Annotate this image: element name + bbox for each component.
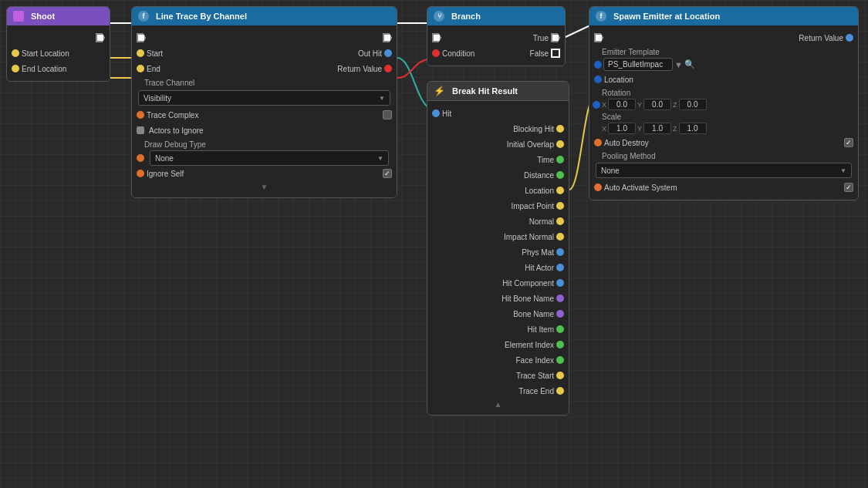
break-time-pin[interactable] [556, 156, 564, 163]
spawn-pooling-dropdown[interactable]: None ▼ [596, 163, 852, 178]
break-impact-point-pin[interactable] [556, 202, 564, 210]
lt-start-pin[interactable] [137, 49, 144, 57]
lt-ignore-self-check[interactable] [383, 169, 392, 178]
break-blocking-hit-row: Blocking Hit [427, 121, 569, 136]
break-location-pin[interactable] [556, 187, 564, 194]
spawn-sz-input[interactable] [679, 123, 707, 134]
line-trace-node: f Line Trace By Channel Start Out Hit [131, 6, 397, 198]
shoot-node: Shoot Start Location End Location [6, 6, 110, 82]
break-hit-item-row: Hit Item [427, 321, 569, 337]
spawn-rz-input[interactable] [679, 99, 707, 110]
break-hit-actor-pin[interactable] [556, 264, 564, 271]
break-bone-name-row: Bone Name [427, 306, 569, 321]
shoot-body: Start Location End Location [7, 25, 110, 81]
break-hit-label: Hit [442, 109, 451, 118]
line-trace-title: Line Trace By Channel [156, 12, 247, 21]
break-title: Break Hit Result [452, 86, 518, 96]
break-initial-overlap-pin[interactable] [556, 140, 564, 148]
line-trace-exec-row [132, 30, 397, 45]
spawn-emitter-pin[interactable] [594, 61, 602, 69]
spawn-emitter-section: Emitter Template [589, 45, 858, 57]
spawn-auto-activate-check[interactable] [844, 183, 853, 192]
lt-collapse[interactable]: ▼ [132, 181, 397, 193]
lt-ignore-self-pin[interactable] [137, 170, 144, 177]
lt-return-pin[interactable] [384, 65, 392, 72]
lt-exec-out[interactable] [383, 33, 392, 42]
spawn-pooling-arrow: ▼ [840, 167, 846, 174]
lt-trace-channel-dropdown[interactable]: Visibility ▼ [138, 90, 390, 106]
spawn-ry-label: Y [637, 101, 642, 109]
break-trace-start-pin[interactable] [556, 372, 564, 379]
end-location-pin[interactable] [12, 65, 19, 72]
lt-trace-complex-pin[interactable] [137, 111, 144, 119]
spawn-emitter-arrow[interactable]: ▼ [674, 60, 683, 69]
break-distance-pin[interactable] [556, 171, 564, 179]
spawn-sy-label: Y [637, 125, 642, 133]
spawn-rotation-pin[interactable] [593, 101, 600, 109]
branch-false-pin[interactable] [551, 49, 560, 58]
branch-cond-false-row: Condition False [427, 45, 565, 61]
break-normal-pin[interactable] [556, 217, 564, 225]
spawn-emitter-input[interactable] [603, 58, 673, 71]
branch-body: True Condition False [427, 25, 565, 66]
spawn-auto-destroy-pin[interactable] [594, 139, 602, 146]
spawn-search-icon[interactable]: 🔍 [684, 59, 695, 69]
break-distance-label: Distance [524, 171, 554, 180]
break-hit-pin[interactable] [432, 109, 440, 117]
break-initial-overlap-row: Initial Overlap [427, 136, 569, 152]
branch-exec-in[interactable] [432, 33, 441, 42]
branch-icon: ⑂ [434, 11, 444, 22]
lt-trace-complex-check[interactable] [383, 110, 392, 119]
lt-trace-channel-label: Trace Channel [138, 78, 201, 88]
lt-draw-debug-pin[interactable] [137, 154, 144, 162]
spawn-emitter-row: ▼ 🔍 [589, 57, 858, 72]
break-phys-mat-pin[interactable] [556, 248, 564, 256]
spawn-ry-input[interactable] [643, 99, 671, 110]
spawn-sy-input[interactable] [643, 123, 671, 134]
branch-cond-pin[interactable] [432, 49, 440, 57]
spawn-header: f Spawn Emitter at Location [589, 7, 858, 25]
spawn-return-label: Return Value [799, 34, 843, 42]
break-impact-point-label: Impact Point [511, 202, 554, 210]
break-header: ⚡ Break Hit Result [427, 82, 569, 101]
spawn-exec-in[interactable] [594, 33, 603, 42]
lt-outhit-pin[interactable] [384, 49, 392, 57]
break-trace-end-pin[interactable] [556, 387, 564, 395]
branch-true-pin[interactable] [551, 33, 560, 42]
break-blocking-hit-pin[interactable] [556, 125, 564, 133]
break-impact-normal-pin[interactable] [556, 233, 564, 241]
break-trace-start-row: Trace Start [427, 368, 569, 383]
spawn-rx-input[interactable] [608, 99, 636, 110]
break-phys-mat-row: Phys Mat [427, 244, 569, 260]
spawn-auto-activate-pin[interactable] [594, 183, 602, 191]
lt-draw-debug-arrow: ▼ [377, 155, 383, 162]
spawn-return-pin[interactable] [846, 34, 853, 42]
spawn-scale-section: Scale [589, 111, 858, 122]
spawn-node: f Spawn Emitter at Location Return Value… [589, 6, 859, 200]
break-impact-normal-label: Impact Normal [504, 233, 554, 241]
break-bone-name-pin[interactable] [556, 310, 564, 318]
spawn-location-row: Location [589, 72, 858, 87]
spawn-auto-destroy-check[interactable] [844, 138, 853, 147]
spawn-rotation-label: Rotation [596, 88, 637, 98]
spawn-rz-label: Z [673, 101, 677, 109]
break-hit-bone-name-pin[interactable] [556, 294, 564, 302]
break-collapse[interactable]: ▲ [427, 399, 569, 410]
lt-end-label: End [147, 65, 160, 73]
branch-exec-true-row: True [427, 30, 565, 45]
spawn-pooling-value: None [601, 167, 620, 175]
break-hit-item-pin[interactable] [556, 325, 564, 333]
break-hit-component-pin[interactable] [556, 279, 564, 287]
break-hit-component-label: Hit Component [502, 279, 554, 288]
spawn-pooling-label: Pooling Method [596, 151, 662, 161]
break-face-index-pin[interactable] [556, 356, 564, 364]
break-element-index-pin[interactable] [556, 341, 564, 348]
start-location-pin[interactable] [12, 49, 19, 57]
exec-out-pin[interactable] [96, 33, 105, 42]
break-element-index-label: Element Index [505, 341, 554, 349]
spawn-location-pin[interactable] [594, 76, 602, 83]
lt-end-pin[interactable] [137, 65, 144, 72]
lt-draw-debug-dropdown[interactable]: None ▼ [150, 150, 389, 166]
lt-exec-in[interactable] [137, 33, 146, 42]
spawn-sx-input[interactable] [608, 123, 636, 134]
